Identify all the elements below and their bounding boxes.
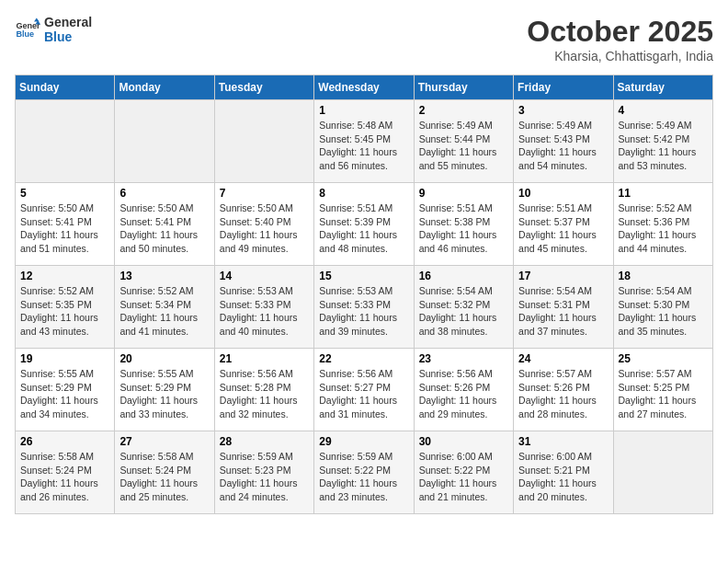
day-info: Sunrise: 5:54 AM Sunset: 5:30 PM Dayligh… <box>619 284 708 339</box>
calendar-cell: 5Sunrise: 5:50 AM Sunset: 5:41 PM Daylig… <box>16 183 115 266</box>
day-number: 28 <box>220 435 309 448</box>
day-number: 13 <box>119 270 209 282</box>
logo-general: General <box>44 15 92 29</box>
day-number: 27 <box>119 435 209 448</box>
calendar-cell <box>214 100 313 183</box>
day-info: Sunrise: 5:54 AM Sunset: 5:31 PM Dayligh… <box>518 284 608 339</box>
day-info: Sunrise: 5:52 AM Sunset: 5:34 PM Dayligh… <box>119 284 209 339</box>
calendar-cell: 12Sunrise: 5:52 AM Sunset: 5:35 PM Dayli… <box>16 266 115 349</box>
day-info: Sunrise: 5:50 AM Sunset: 5:41 PM Dayligh… <box>119 201 209 256</box>
day-number: 9 <box>419 187 508 200</box>
day-info: Sunrise: 5:50 AM Sunset: 5:40 PM Dayligh… <box>220 201 309 256</box>
calendar-cell: 23Sunrise: 5:56 AM Sunset: 5:26 PM Dayli… <box>414 349 513 431</box>
day-info: Sunrise: 5:55 AM Sunset: 5:29 PM Dayligh… <box>20 367 109 421</box>
calendar-cell: 20Sunrise: 5:55 AM Sunset: 5:29 PM Dayli… <box>115 349 214 431</box>
week-row-5: 26Sunrise: 5:58 AM Sunset: 5:24 PM Dayli… <box>16 431 713 514</box>
day-info: Sunrise: 5:52 AM Sunset: 5:36 PM Dayligh… <box>619 201 708 256</box>
calendar-cell: 22Sunrise: 5:56 AM Sunset: 5:27 PM Dayli… <box>314 349 414 431</box>
day-number: 23 <box>419 352 508 365</box>
svg-marker-2 <box>34 17 40 21</box>
day-info: Sunrise: 6:00 AM Sunset: 5:21 PM Dayligh… <box>518 450 608 504</box>
day-info: Sunrise: 5:56 AM Sunset: 5:27 PM Dayligh… <box>319 367 408 421</box>
logo: General Blue General Blue <box>15 15 92 44</box>
header-monday: Monday <box>115 75 214 100</box>
day-info: Sunrise: 5:58 AM Sunset: 5:24 PM Dayligh… <box>119 450 209 504</box>
calendar-cell: 10Sunrise: 5:51 AM Sunset: 5:37 PM Dayli… <box>514 183 613 266</box>
subtitle: Kharsia, Chhattisgarh, India <box>527 49 713 63</box>
day-number: 18 <box>619 270 708 282</box>
calendar-cell: 18Sunrise: 5:54 AM Sunset: 5:30 PM Dayli… <box>613 266 712 349</box>
week-row-4: 19Sunrise: 5:55 AM Sunset: 5:29 PM Dayli… <box>16 349 713 431</box>
day-info: Sunrise: 5:53 AM Sunset: 5:33 PM Dayligh… <box>319 284 408 339</box>
day-number: 12 <box>20 270 109 282</box>
day-info: Sunrise: 5:59 AM Sunset: 5:23 PM Dayligh… <box>220 450 309 504</box>
day-info: Sunrise: 5:59 AM Sunset: 5:22 PM Dayligh… <box>319 450 408 504</box>
title-area: October 2025 Kharsia, Chhattisgarh, Indi… <box>527 15 713 63</box>
day-number: 15 <box>319 270 408 282</box>
day-number: 3 <box>518 104 608 117</box>
calendar-cell: 21Sunrise: 5:56 AM Sunset: 5:28 PM Dayli… <box>214 349 313 431</box>
day-number: 26 <box>20 435 109 448</box>
calendar-cell: 16Sunrise: 5:54 AM Sunset: 5:32 PM Dayli… <box>414 266 513 349</box>
week-row-2: 5Sunrise: 5:50 AM Sunset: 5:41 PM Daylig… <box>16 183 713 266</box>
calendar-cell <box>16 100 115 183</box>
week-row-3: 12Sunrise: 5:52 AM Sunset: 5:35 PM Dayli… <box>16 266 713 349</box>
month-title: October 2025 <box>527 15 713 49</box>
calendar-cell: 27Sunrise: 5:58 AM Sunset: 5:24 PM Dayli… <box>115 431 214 514</box>
calendar-cell: 29Sunrise: 5:59 AM Sunset: 5:22 PM Dayli… <box>314 431 414 514</box>
logo-icon: General Blue <box>15 17 40 42</box>
header-wednesday: Wednesday <box>314 75 414 100</box>
calendar-cell: 14Sunrise: 5:53 AM Sunset: 5:33 PM Dayli… <box>214 266 313 349</box>
calendar-cell: 3Sunrise: 5:49 AM Sunset: 5:43 PM Daylig… <box>514 100 613 183</box>
calendar-cell: 17Sunrise: 5:54 AM Sunset: 5:31 PM Dayli… <box>514 266 613 349</box>
day-number: 29 <box>319 435 408 448</box>
day-number: 19 <box>20 352 109 365</box>
day-number: 16 <box>419 270 508 282</box>
calendar-cell <box>613 431 712 514</box>
calendar-cell: 6Sunrise: 5:50 AM Sunset: 5:41 PM Daylig… <box>115 183 214 266</box>
page-header: General Blue General Blue October 2025 K… <box>15 15 713 63</box>
day-number: 17 <box>518 270 608 282</box>
header-thursday: Thursday <box>414 75 513 100</box>
day-info: Sunrise: 5:54 AM Sunset: 5:32 PM Dayligh… <box>419 284 508 339</box>
calendar-table: SundayMondayTuesdayWednesdayThursdayFrid… <box>15 75 713 514</box>
calendar-cell: 11Sunrise: 5:52 AM Sunset: 5:36 PM Dayli… <box>613 183 712 266</box>
calendar-cell: 4Sunrise: 5:49 AM Sunset: 5:42 PM Daylig… <box>613 100 712 183</box>
calendar-cell: 26Sunrise: 5:58 AM Sunset: 5:24 PM Dayli… <box>16 431 115 514</box>
day-number: 31 <box>518 435 608 448</box>
calendar-cell: 28Sunrise: 5:59 AM Sunset: 5:23 PM Dayli… <box>214 431 313 514</box>
day-info: Sunrise: 5:56 AM Sunset: 5:26 PM Dayligh… <box>419 367 508 421</box>
day-info: Sunrise: 5:57 AM Sunset: 5:26 PM Dayligh… <box>518 367 608 421</box>
day-info: Sunrise: 5:53 AM Sunset: 5:33 PM Dayligh… <box>220 284 309 339</box>
day-number: 30 <box>419 435 508 448</box>
calendar-cell: 15Sunrise: 5:53 AM Sunset: 5:33 PM Dayli… <box>314 266 414 349</box>
day-info: Sunrise: 5:50 AM Sunset: 5:41 PM Dayligh… <box>20 201 109 256</box>
header-sunday: Sunday <box>16 75 115 100</box>
header-saturday: Saturday <box>613 75 712 100</box>
day-number: 24 <box>518 352 608 365</box>
header-row: SundayMondayTuesdayWednesdayThursdayFrid… <box>16 75 713 100</box>
day-info: Sunrise: 5:52 AM Sunset: 5:35 PM Dayligh… <box>20 284 109 339</box>
day-number: 14 <box>220 270 309 282</box>
day-number: 11 <box>619 187 708 200</box>
calendar-cell: 24Sunrise: 5:57 AM Sunset: 5:26 PM Dayli… <box>514 349 613 431</box>
calendar-cell: 1Sunrise: 5:48 AM Sunset: 5:45 PM Daylig… <box>314 100 414 183</box>
header-tuesday: Tuesday <box>214 75 313 100</box>
logo-blue: Blue <box>44 29 92 44</box>
day-number: 4 <box>619 104 708 117</box>
day-info: Sunrise: 5:57 AM Sunset: 5:25 PM Dayligh… <box>619 367 708 421</box>
calendar-cell: 13Sunrise: 5:52 AM Sunset: 5:34 PM Dayli… <box>115 266 214 349</box>
day-number: 1 <box>319 104 408 117</box>
calendar-cell: 31Sunrise: 6:00 AM Sunset: 5:21 PM Dayli… <box>514 431 613 514</box>
day-info: Sunrise: 5:51 AM Sunset: 5:39 PM Dayligh… <box>319 201 408 256</box>
day-info: Sunrise: 5:51 AM Sunset: 5:37 PM Dayligh… <box>518 201 608 256</box>
day-info: Sunrise: 5:49 AM Sunset: 5:44 PM Dayligh… <box>419 119 508 173</box>
calendar-cell: 8Sunrise: 5:51 AM Sunset: 5:39 PM Daylig… <box>314 183 414 266</box>
day-number: 25 <box>619 352 708 365</box>
calendar-cell <box>115 100 214 183</box>
day-info: Sunrise: 5:56 AM Sunset: 5:28 PM Dayligh… <box>220 367 309 421</box>
svg-text:Blue: Blue <box>16 29 34 39</box>
day-number: 10 <box>518 187 608 200</box>
day-info: Sunrise: 5:49 AM Sunset: 5:42 PM Dayligh… <box>619 119 708 173</box>
day-info: Sunrise: 6:00 AM Sunset: 5:22 PM Dayligh… <box>419 450 508 504</box>
